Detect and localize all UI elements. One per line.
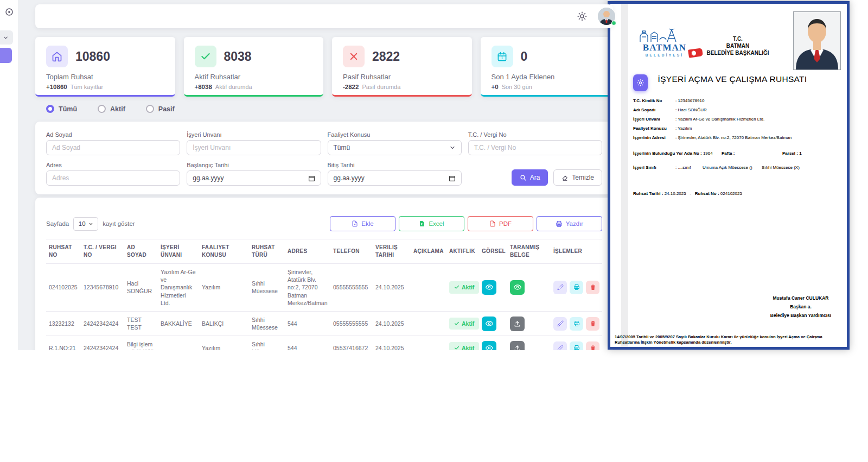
certificate-license-row: Ruhsat Tarihi : 24.10.2025 - Ruhsat No :… <box>633 191 742 196</box>
col-header: İŞLEMLER <box>551 239 602 264</box>
gear-icon <box>636 79 644 87</box>
stat-delta: -2822 <box>343 84 359 90</box>
radio-pasif[interactable]: Pasif <box>146 105 175 113</box>
table-row: 024102025 12345678910 Haci SONĞUR Yazılı… <box>46 264 602 312</box>
view-image-button[interactable] <box>482 341 496 350</box>
cell-aciklama <box>411 264 446 312</box>
baslangic-tarihi-input[interactable]: gg.aa.yyyy <box>187 170 321 186</box>
settings-gear-button[interactable] <box>633 74 648 91</box>
theme-toggle-sun-icon[interactable] <box>577 11 587 21</box>
stat-value: 8038 <box>224 49 252 64</box>
page-size-suffix: kayıt göster <box>103 220 135 227</box>
license-table: RUHSAT NO T.C. / VERGI NO AD SOYAD İŞYER… <box>46 239 602 350</box>
svg-text:1: 1 <box>501 56 503 60</box>
x-icon <box>343 46 365 67</box>
excel-button[interactable]: Excel <box>399 216 464 231</box>
status-badge: Aktif <box>449 281 479 293</box>
print-row-button[interactable] <box>570 341 583 350</box>
radio-tumu[interactable]: Tümü <box>46 105 77 113</box>
tc-vergi-no-input[interactable] <box>468 140 602 155</box>
cell-ad-soyad: Bilgi işlem müdürlüğü <box>124 336 158 350</box>
calendar-picker-icon[interactable] <box>449 175 456 182</box>
cell-telefon: 05555555555 <box>330 264 373 312</box>
clear-button[interactable]: Temizle <box>553 169 602 186</box>
upload-icon <box>514 320 521 327</box>
check-icon <box>454 321 459 326</box>
check-icon <box>195 46 216 67</box>
add-button[interactable]: Ekle <box>330 216 395 231</box>
stat-label: Toplam Ruhsat <box>46 73 164 81</box>
pencil-icon <box>557 320 564 327</box>
table-body: 024102025 12345678910 Haci SONĞUR Yazılı… <box>46 264 602 351</box>
cell-ruhsat-turu: Sıhhi Müessese <box>249 336 285 350</box>
field-label: Adı Soyadı <box>633 105 675 115</box>
field-label: İşyeri Unvanı <box>187 131 321 138</box>
stats-row: 10860 Toplam Ruhsat +10860Tüm kayıtlar 8… <box>35 37 620 97</box>
eye-icon <box>486 320 493 327</box>
cell-ad-soyad: TEST TEST <box>124 311 158 336</box>
signature-block: Mustafa Caner CULUKAR Başkan a. Belediye… <box>755 294 847 320</box>
field-value: : Yazılım Ar-Ge ve Danışmanlık Hizmetler… <box>675 115 845 124</box>
delete-button[interactable] <box>586 281 599 294</box>
print-row-button[interactable] <box>570 317 583 331</box>
view-image-button[interactable] <box>482 317 496 331</box>
print-button[interactable]: Yazdır <box>537 216 602 231</box>
cell-ruhsat-no: R.1.NO:21 <box>46 336 81 350</box>
delete-button[interactable] <box>586 317 599 331</box>
field-value: : Yazılım <box>675 124 845 133</box>
file-excel-icon <box>419 220 425 227</box>
cell-ruhsat-turu: Sıhhi Müessese <box>249 311 285 336</box>
delete-button[interactable] <box>586 341 599 350</box>
scanned-doc-button[interactable] <box>510 280 525 295</box>
field-label: Faaliyet Konusu <box>328 131 462 138</box>
stat-value: 10860 <box>75 49 110 64</box>
filter-card: Ad Soyad İşyeri Unvanı Faaliyet Konusu T… <box>35 122 613 194</box>
sidebar-collapse-button[interactable] <box>0 30 13 45</box>
stat-note: Tüm kayıtlar <box>71 84 104 90</box>
col-header: RUHSAT TÜRÜ <box>249 239 285 264</box>
online-status-dot <box>611 21 616 26</box>
pafta-label: Pafta : <box>722 151 735 156</box>
cell-telefon: 05537416672 <box>330 336 373 350</box>
field-label: Başlangıç Tarihi <box>187 162 321 168</box>
stat-card-total: 10860 Toplam Ruhsat +10860Tüm kayıtlar <box>35 37 175 97</box>
cell-aciklama <box>411 311 446 336</box>
edit-button[interactable] <box>553 317 567 331</box>
scanned-doc-button[interactable] <box>510 317 525 331</box>
status-badge: Aktif <box>449 318 479 330</box>
ad-soyad-input[interactable] <box>46 140 180 155</box>
search-button[interactable]: Ara <box>512 169 548 186</box>
page-size-select[interactable]: 10 <box>73 217 98 231</box>
stat-delta: +10860 <box>46 84 67 90</box>
faaliyet-konusu-select[interactable]: Tümü <box>328 140 462 155</box>
field-label: Bitiş Tarihi <box>328 162 462 168</box>
record-circle-icon[interactable] <box>4 7 14 17</box>
col-header: AD SOYAD <box>124 239 158 264</box>
scanned-doc-button[interactable] <box>510 341 525 350</box>
cell-verilis-tarihi: 24.10.2025 <box>373 311 411 336</box>
printer-icon <box>573 345 580 350</box>
top-navbar <box>35 4 613 28</box>
edit-button[interactable] <box>553 341 567 350</box>
printer-icon <box>573 284 580 290</box>
col-header: FAALIYET KONUSU <box>199 239 249 264</box>
edit-button[interactable] <box>553 281 567 294</box>
table-card: Sayfada 10 kayıt göster Ekle Excel <box>35 198 613 350</box>
view-image-button[interactable] <box>482 280 496 295</box>
bitis-tarihi-input[interactable]: gg.aa.yyyy <box>328 170 462 186</box>
radio-dot <box>98 105 106 113</box>
trash-icon <box>590 345 596 350</box>
calendar-picker-icon[interactable] <box>308 175 315 182</box>
pencil-icon <box>557 345 564 350</box>
cell-faaliyet-konusu: Yazılım <box>199 264 249 312</box>
adres-input[interactable] <box>46 170 180 186</box>
scrollbar[interactable] <box>621 4 628 347</box>
status-filter: Tümü Aktif Pasif <box>46 105 175 113</box>
radio-aktif[interactable]: Aktif <box>98 105 125 113</box>
sidebar-active-item[interactable] <box>0 48 12 63</box>
cell-faaliyet-konusu: Yazılım <box>199 336 249 350</box>
pdf-button[interactable]: PDF <box>468 216 533 231</box>
print-row-button[interactable] <box>570 281 583 294</box>
isyeri-unvani-input[interactable] <box>187 140 321 155</box>
cell-aciklama <box>411 336 446 350</box>
